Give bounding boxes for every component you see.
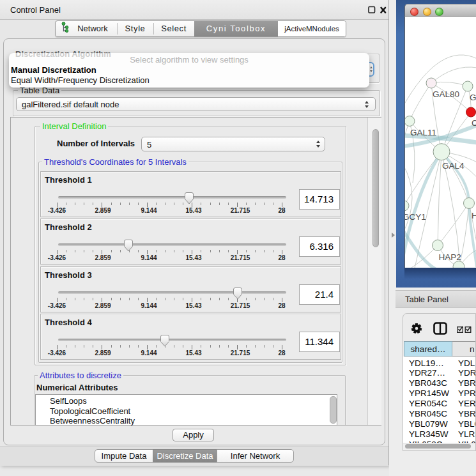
svg-text:GA: GA [470, 93, 476, 102]
svg-text:GCY1: GCY1 [405, 212, 426, 222]
svg-text:GAL4: GAL4 [442, 161, 464, 171]
svg-text:GAL11: GAL11 [410, 128, 436, 137]
svg-text:H: H [472, 211, 476, 220]
svg-text:C: C [472, 118, 476, 128]
svg-text:GAL80: GAL80 [433, 89, 459, 99]
svg-text:HAP2: HAP2 [439, 252, 461, 262]
